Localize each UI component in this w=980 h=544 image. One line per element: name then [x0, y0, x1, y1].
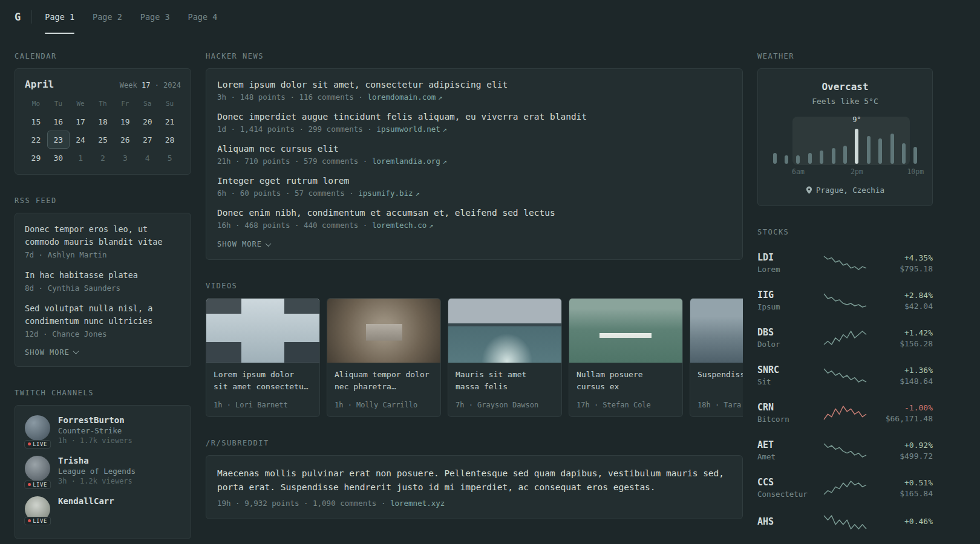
weather-bar [785, 155, 788, 164]
stock-row[interactable]: SNRC Sit +1.36% $148.64 [757, 357, 933, 394]
channel-info: ForrestBurton Counter-Strike 1h · 1.7k v… [58, 415, 132, 445]
news-item[interactable]: Donec imperdiet augue tincidunt felis al… [217, 112, 731, 134]
stock-symbol[interactable]: SNRC [757, 364, 817, 375]
stock-sparkline [823, 405, 867, 421]
news-domain-link[interactable]: loremlandia.org↗ [372, 157, 447, 166]
calendar-day[interactable]: 22 [25, 131, 47, 149]
video-title[interactable]: Aliquam tempor dolor nec pharetra… [335, 369, 433, 393]
video-title[interactable]: Suspendisse diam [697, 369, 743, 381]
news-title[interactable]: Donec imperdiet augue tincidunt felis al… [217, 112, 731, 121]
video-title[interactable]: Mauris sit amet massa felis [456, 369, 554, 393]
video-thumbnail[interactable] [569, 299, 682, 363]
news-item[interactable]: Integer eget rutrum lorem 6h · 60 points… [217, 176, 731, 198]
stock-symbol[interactable]: AET [757, 439, 817, 450]
weather-bar-cell [851, 126, 863, 164]
calendar-day[interactable]: 25 [92, 131, 114, 149]
reddit-post-title[interactable]: Maecenas mollis pulvinar erat non posuer… [217, 467, 731, 494]
rss-item-title[interactable]: In hac habitasse platea [25, 269, 181, 282]
hackernews-show-more-button[interactable]: SHOW MORE [217, 240, 270, 248]
external-link-icon: ↗ [429, 221, 433, 230]
calendar-day[interactable]: 2 [92, 149, 114, 167]
channel-game[interactable]: League of Legends [58, 467, 136, 476]
stock-row[interactable]: CRN Bitcorn -1.00% $66,171.48 [757, 394, 933, 432]
stock-row[interactable]: AET Amet +0.92% $499.72 [757, 432, 933, 469]
news-domain-link[interactable]: loremdomain.com↗ [367, 92, 442, 102]
stock-symbol[interactable]: CRN [757, 402, 817, 413]
news-domain-link[interactable]: ipsumworld.net↗ [376, 125, 447, 134]
rss-item[interactable]: Donec tempor eros leo, ut commodo mauris… [25, 223, 181, 259]
rss-show-more-button[interactable]: SHOW MORE [25, 348, 78, 357]
news-domain-link[interactable]: loremtech.co↗ [372, 221, 434, 230]
stock-symbol[interactable]: IIG [757, 290, 817, 300]
twitch-channel[interactable]: LIVE Trisha League of Legends 3h · 1.2k … [25, 456, 181, 485]
video-thumbnail[interactable] [206, 299, 319, 363]
calendar-day[interactable]: 19 [114, 112, 136, 131]
calendar-day[interactable]: 24 [70, 131, 92, 149]
rss-item[interactable]: In hac habitasse platea 8d · Cynthia Sau… [25, 269, 181, 293]
weather-bar [878, 138, 882, 164]
news-title[interactable]: Lorem ipsum dolor sit amet, consectetur … [217, 80, 731, 89]
calendar-day[interactable]: 21 [158, 112, 181, 131]
news-title[interactable]: Donec enim nibh, condimentum et accumsan… [217, 208, 731, 218]
stock-name: Ipsum [757, 302, 817, 311]
channel-game[interactable]: Counter-Strike [58, 426, 132, 435]
page-tab[interactable]: Page 3 [131, 0, 179, 34]
stock-symbol[interactable]: DBS [757, 327, 817, 338]
news-title[interactable]: Integer eget rutrum lorem [217, 176, 731, 186]
calendar-day[interactable]: 18 [92, 112, 114, 131]
stock-symbol[interactable]: CCS [757, 477, 817, 488]
video-thumbnail[interactable] [327, 299, 440, 363]
news-item[interactable]: Aliquam nec cursus elit 21h · 710 points… [217, 144, 731, 166]
stock-price: $165.84 [874, 489, 933, 498]
news-item[interactable]: Donec enim nibh, condimentum et accumsan… [217, 208, 731, 230]
twitch-channel[interactable]: LIVE KendallCarr [25, 496, 181, 522]
stock-symbol[interactable]: LDI [757, 252, 817, 263]
calendar-day[interactable]: 26 [114, 131, 136, 149]
calendar-day[interactable]: 27 [136, 131, 158, 149]
rss-item-title[interactable]: Donec tempor eros leo, ut commodo mauris… [25, 223, 181, 248]
video-card[interactable]: Aliquam tempor dolor nec pharetra… 1h · … [327, 298, 441, 417]
channel-name[interactable]: Trisha [58, 456, 136, 465]
video-title[interactable]: Lorem ipsum dolor sit amet consectetu… [214, 369, 312, 393]
channel-name[interactable]: KendallCarr [58, 496, 114, 506]
app-logo[interactable]: G [15, 0, 31, 34]
calendar-day[interactable]: 23 [47, 131, 70, 149]
stock-row[interactable]: DBS Dolor +1.42% $156.28 [757, 319, 933, 357]
stock-row[interactable]: AHS +0.46% [757, 507, 933, 538]
calendar-day[interactable]: 28 [158, 131, 181, 149]
news-title[interactable]: Aliquam nec cursus elit [217, 144, 731, 154]
page-tab[interactable]: Page 2 [83, 0, 131, 34]
video-card[interactable]: Lorem ipsum dolor sit amet consectetu… 1… [206, 298, 320, 417]
reddit-domain-link[interactable]: loremnet.xyz [390, 499, 447, 508]
calendar-day[interactable]: 5 [158, 149, 181, 167]
video-card[interactable]: Mauris sit amet massa felis 7h · Grayson… [448, 298, 562, 417]
calendar-day[interactable]: 1 [70, 149, 92, 167]
calendar-day[interactable]: 30 [47, 149, 70, 167]
calendar-day[interactable]: 20 [136, 112, 158, 131]
twitch-channel[interactable]: LIVE ForrestBurton Counter-Strike 1h · 1… [25, 415, 181, 445]
calendar-day[interactable]: 17 [70, 112, 92, 131]
video-title[interactable]: Nullam posuere cursus ex [577, 369, 675, 393]
stock-row[interactable]: IIG Ipsum +2.84% $42.04 [757, 282, 933, 319]
calendar-day[interactable]: 16 [47, 112, 70, 131]
hackernews-card: Lorem ipsum dolor sit amet, consectetur … [206, 68, 743, 260]
news-domain-link[interactable]: ipsumify.biz↗ [358, 189, 420, 198]
calendar-day[interactable]: 3 [114, 149, 136, 167]
page-tab[interactable]: Page 1 [36, 0, 83, 34]
channel-name[interactable]: ForrestBurton [58, 415, 132, 425]
page-tab[interactable]: Page 4 [179, 0, 227, 34]
rss-item-title[interactable]: Sed volutpat nulla nisl, a condimentum n… [25, 302, 181, 328]
stock-symbol[interactable]: AHS [757, 516, 817, 527]
news-item[interactable]: Lorem ipsum dolor sit amet, consectetur … [217, 80, 731, 102]
calendar-day[interactable]: 4 [136, 149, 158, 167]
video-thumbnail[interactable] [448, 299, 561, 363]
rss-item[interactable]: Sed volutpat nulla nisl, a condimentum n… [25, 302, 181, 338]
stock-row[interactable]: LDI Lorem +4.35% $795.18 [757, 244, 933, 282]
calendar-day[interactable]: 29 [25, 149, 47, 167]
stock-row[interactable]: CCS Consectetur +0.51% $165.84 [757, 469, 933, 507]
video-card[interactable]: Nullam posuere cursus ex 17h · Stefan Co… [569, 298, 683, 417]
reddit-post[interactable]: Maecenas mollis pulvinar erat non posuer… [217, 467, 731, 508]
calendar-day[interactable]: 15 [25, 112, 47, 131]
video-thumbnail[interactable] [690, 299, 743, 363]
video-card[interactable]: Suspendisse diam 18h · Tara [690, 298, 743, 417]
